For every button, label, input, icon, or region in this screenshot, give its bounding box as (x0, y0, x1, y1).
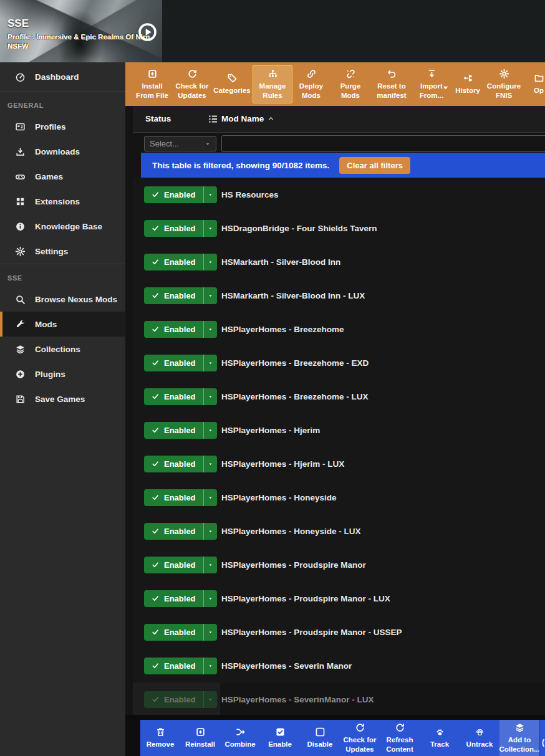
mod-status-button[interactable]: Enabled (144, 456, 217, 472)
sidebar-item-dashboard[interactable]: Dashboard (0, 62, 125, 91)
open-button-clipped[interactable]: Op (524, 70, 545, 98)
table-row-dimmed[interactable]: Enabled HSPlayerHomes - SeverinManor - L… (133, 682, 545, 716)
sidebar-item-plugins[interactable]: Plugins (0, 361, 125, 386)
column-options-icon[interactable] (208, 113, 219, 125)
sidebar-item-extensions[interactable]: Extensions (0, 189, 125, 214)
status-dropdown-caret[interactable] (203, 186, 217, 203)
mod-status-button[interactable]: Enabled (144, 523, 217, 540)
table-row[interactable]: Enabled HSPlayerHomes - Hjerim (133, 413, 545, 447)
filter-banner: This table is filtered, showing 90/1082 … (141, 153, 545, 178)
table-row[interactable]: Enabled HSPlayerHomes - Breezehome (133, 312, 545, 346)
combine-button[interactable]: Combine (220, 720, 260, 756)
mod-status-button[interactable]: Enabled (144, 658, 217, 674)
play-icon[interactable] (138, 22, 157, 42)
status-dropdown-caret[interactable] (203, 321, 217, 338)
add-to-collection-button[interactable]: Add to Collection... (499, 720, 539, 756)
history-icon (463, 73, 473, 84)
sidebar-item-save-games[interactable]: Save Games (0, 386, 125, 411)
status-filter-select[interactable]: Select... (144, 136, 216, 151)
status-dropdown-caret[interactable] (203, 355, 217, 371)
chevron-down-icon (208, 529, 213, 534)
status-dropdown-caret[interactable] (203, 220, 217, 237)
untrack-button[interactable]: Untrack (460, 720, 499, 756)
status-dropdown-caret[interactable] (203, 422, 217, 439)
enable-button[interactable]: Enable (260, 720, 300, 756)
deploy-mods-button[interactable]: Deploy Mods (294, 65, 329, 103)
clear-all-filters-button[interactable]: Clear all filters (339, 157, 410, 174)
sidebar-item-games[interactable]: Games (0, 164, 125, 189)
sidebar-item-browse-nexus-mods[interactable]: Browse Nexus Mods (0, 287, 125, 312)
disable-button[interactable]: Disable (300, 720, 340, 756)
status-dropdown-caret[interactable] (203, 557, 217, 573)
mod-status-button[interactable]: Enabled (144, 321, 217, 338)
sidebar-item-mods[interactable]: Mods (0, 312, 125, 337)
status-dropdown-caret[interactable] (203, 489, 217, 506)
mod-status-button[interactable]: Enabled (144, 220, 217, 237)
mod-status-button[interactable]: Enabled (144, 186, 217, 203)
mod-status-button[interactable]: Enabled (144, 355, 217, 371)
table-row[interactable]: Enabled HSMarkarth - Silver-Blood Inn - … (133, 279, 545, 312)
mod-status-button[interactable]: Enabled (144, 691, 217, 708)
chevron-down-icon (208, 562, 213, 568)
mod-name: HSPlayerHomes - Hjerim - LUX (221, 459, 344, 469)
sidebar-item-downloads[interactable]: Downloads (0, 139, 125, 164)
status-dropdown-caret[interactable] (203, 590, 217, 607)
table-row[interactable]: Enabled HSPlayerHomes - Breezehome - EXD (133, 346, 545, 380)
remove-button[interactable]: Remove (140, 720, 180, 756)
mod-status-button[interactable]: Enabled (144, 254, 217, 270)
check-for-updates-button[interactable]: Check for Updates (340, 720, 380, 756)
status-dropdown-caret[interactable] (203, 658, 217, 674)
check-for-updates-button[interactable]: Check for Updates (173, 65, 211, 103)
sidebar-item-profiles[interactable]: Profiles (0, 114, 125, 139)
table-row[interactable]: Enabled HSPlayerHomes - Proudspire Manor… (133, 581, 545, 615)
install-from-file-button[interactable]: Install From File (133, 65, 171, 103)
table-row[interactable]: Enabled HSPlayerHomes - Honeyside (133, 481, 545, 514)
configure-fnis-button[interactable]: Configure FNIS (485, 65, 523, 103)
categories-button[interactable]: Categories (213, 70, 251, 98)
sidebar-item-collections[interactable]: Collections (0, 337, 125, 361)
track-button[interactable]: Track (420, 720, 460, 756)
table-row[interactable]: Enabled HSPlayerHomes - Severin Manor (133, 649, 545, 682)
reinstall-button[interactable]: Reinstall (180, 720, 220, 756)
status-dropdown-caret[interactable] (203, 691, 217, 708)
reset-to-manifest-button[interactable]: Reset to manifest (372, 65, 411, 103)
purge-mods-button[interactable]: Purge Mods (330, 65, 371, 103)
mod-rows: Enabled HS Resources Enabled HSDragonBri… (133, 178, 545, 716)
status-dropdown-caret[interactable] (203, 456, 217, 472)
status-dropdown-caret[interactable] (203, 254, 217, 270)
vortex-app: SSE Profile : Immersive & Epic Realms Of… (0, 0, 545, 756)
download-icon (15, 146, 26, 157)
table-row[interactable]: Enabled HSPlayerHomes - Breezehome - LUX (133, 380, 545, 413)
mod-status-button[interactable]: Enabled (144, 557, 217, 573)
table-row[interactable]: Enabled HSPlayerHomes - Proudspire Manor… (133, 615, 545, 649)
table-row[interactable]: Enabled HSPlayerHomes - Proudspire Manor (133, 548, 545, 581)
history-button[interactable]: History (452, 70, 483, 98)
mod-status-button[interactable]: Enabled (144, 489, 217, 506)
status-dropdown-caret[interactable] (203, 388, 217, 405)
status-dropdown-caret[interactable] (203, 523, 217, 540)
check-icon (152, 393, 159, 400)
table-row[interactable]: Enabled HSDragonBridge - Four Shields Ta… (133, 211, 545, 245)
table-row[interactable]: Enabled HS Resources (133, 178, 545, 211)
column-header-status[interactable]: Status (145, 114, 171, 123)
import-from-button[interactable]: Import From... (412, 65, 451, 103)
status-dropdown-caret[interactable] (203, 287, 217, 304)
table-row[interactable]: Enabled HSPlayerHomes - Honeyside - LUX (133, 514, 545, 548)
mod-status-button[interactable]: Enabled (144, 624, 217, 641)
chevron-down-icon (208, 259, 213, 265)
mod-status-button[interactable]: Enabled (144, 590, 217, 607)
mod-name-filter-input[interactable] (221, 135, 545, 152)
mod-status-button[interactable]: Enabled (144, 422, 217, 439)
sidebar-item-knowledge-base[interactable]: Knowledge Base (0, 214, 125, 239)
table-row[interactable]: Enabled HSPlayerHomes - Hjerim - LUX (133, 447, 545, 481)
clipped-footer-button[interactable]: ( (539, 720, 544, 756)
table-row[interactable]: Enabled HSMarkarth - Silver-Blood Inn (133, 245, 545, 279)
manage-rules-button[interactable]: Manage Rules (253, 65, 292, 104)
sidebar-item-settings[interactable]: Settings (0, 239, 125, 264)
refresh-content-button[interactable]: Refresh Content (380, 720, 420, 756)
column-header-mod-name[interactable]: Mod Name (221, 114, 274, 123)
status-dropdown-caret[interactable] (203, 624, 217, 641)
mod-status-button[interactable]: Enabled (144, 287, 217, 304)
mod-status-button[interactable]: Enabled (144, 388, 217, 405)
sidebar-section-general: GENERAL (0, 92, 125, 114)
